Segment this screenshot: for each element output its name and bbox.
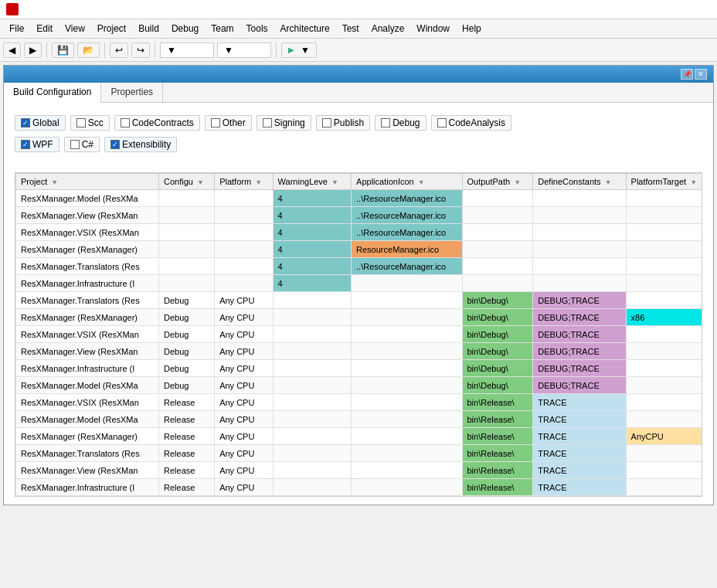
debug-config-dropdown[interactable]: ▼ <box>160 42 214 58</box>
prop-checkbox-codeanalysis[interactable]: CodeAnalysis <box>431 115 511 131</box>
table-cell: Any CPU <box>215 428 273 445</box>
toolbar-redo-btn[interactable]: ↪ <box>131 42 150 58</box>
table-cell <box>273 326 351 343</box>
prop-checkbox-signing[interactable]: Signing <box>257 115 311 131</box>
tab-bar: Build ConfigurationProperties <box>4 83 713 103</box>
toolbar-open-btn[interactable]: 📂 <box>77 42 100 58</box>
close-button[interactable]: ✕ <box>695 69 707 80</box>
menu-item-help[interactable]: Help <box>456 21 488 36</box>
col-header-configu[interactable]: Configu ▼ <box>159 174 215 190</box>
menu-item-test[interactable]: Test <box>336 21 365 36</box>
table-cell: DEBUG;TRACE <box>533 292 626 309</box>
menu-item-team[interactable]: Team <box>205 21 240 36</box>
proj-checkbox-wpf[interactable]: ✓WPF <box>15 137 59 152</box>
pin-button[interactable]: 📌 <box>681 69 693 80</box>
checkbox-icon: ✓ <box>110 140 120 149</box>
table-cell <box>626 292 702 309</box>
table-row: ResXManager.Translators (ResReleaseAny C… <box>16 445 703 462</box>
table-cell <box>273 309 351 326</box>
properties-panel: ✓GlobalSccCodeContractsOtherSigningPubli… <box>4 103 713 165</box>
menu-item-window[interactable]: Window <box>410 21 456 36</box>
proj-checkbox-csharp[interactable]: C# <box>64 137 100 152</box>
menu-item-edit[interactable]: Edit <box>30 21 59 36</box>
table-cell: ResXManager.VSIX (ResXMan <box>16 326 159 343</box>
proj-checkbox-extensibility[interactable]: ✓Extensibility <box>104 137 177 152</box>
tab-properties[interactable]: Properties <box>101 83 163 102</box>
table-row: ResXManager.VSIX (ResXManReleaseAny CPUb… <box>16 394 703 411</box>
prop-checkbox-codecontracts[interactable]: CodeContracts <box>114 115 200 131</box>
table-cell <box>462 275 533 292</box>
table-cell <box>533 275 626 292</box>
col-header-platformtarget[interactable]: PlatformTarget ▼ <box>626 174 702 190</box>
filter-icon: ▼ <box>690 178 697 186</box>
menu-item-view[interactable]: View <box>59 21 91 36</box>
col-header-applicationicon[interactable]: ApplicationIcon ▼ <box>352 174 462 190</box>
platform-dropdown[interactable]: ▼ <box>217 42 271 58</box>
table-cell: TRACE <box>533 462 626 479</box>
col-header-outputpath[interactable]: OutputPath ▼ <box>462 174 533 190</box>
table-cell: Debug <box>159 326 215 343</box>
table-cell: 4 <box>273 258 351 275</box>
table-cell <box>626 360 702 377</box>
table-cell <box>215 207 273 224</box>
table-cell: Any CPU <box>215 479 273 496</box>
table-cell: bin\Debug\ <box>462 292 533 309</box>
table-cell: ..\ResourceManager.ico <box>352 207 462 224</box>
toolbar-back-btn[interactable]: ◀ <box>3 42 21 58</box>
menu-item-project[interactable]: Project <box>91 21 132 36</box>
table-cell: 4 <box>273 241 351 258</box>
table-cell <box>352 343 462 360</box>
toolbar-forward-btn[interactable]: ▶ <box>24 42 42 58</box>
table-cell <box>159 190 215 207</box>
menu-item-analyze[interactable]: Analyze <box>365 21 411 36</box>
toolbar-save-btn[interactable]: 💾 <box>52 42 74 58</box>
main-window: 📌 ✕ Build ConfigurationProperties ✓Globa… <box>3 65 714 505</box>
table-cell: DEBUG;TRACE <box>533 343 626 360</box>
table-cell: Any CPU <box>215 326 273 343</box>
table-cell <box>352 326 462 343</box>
table-row: ResXManager.Translators (ResDebugAny CPU… <box>16 292 703 309</box>
table-cell: DEBUG;TRACE <box>533 360 626 377</box>
prop-checkbox-scc[interactable]: Scc <box>70 115 110 131</box>
col-header-defineconstants[interactable]: DefineConstants ▼ <box>533 174 626 190</box>
menu-item-file[interactable]: File <box>3 21 30 36</box>
table-cell: Any CPU <box>215 462 273 479</box>
checkbox-icon <box>76 118 86 127</box>
table-cell: ..\ResourceManager.ico <box>352 190 462 207</box>
table-cell <box>626 343 702 360</box>
prop-checkbox-publish[interactable]: Publish <box>316 115 370 131</box>
table-cell <box>215 258 273 275</box>
table-cell: Debug <box>159 360 215 377</box>
menu-item-debug[interactable]: Debug <box>165 21 205 36</box>
prop-checkbox-debug[interactable]: Debug <box>375 115 426 131</box>
table-cell <box>626 479 702 496</box>
table-cell <box>352 479 462 496</box>
col-header-platform[interactable]: Platform ▼ <box>215 174 273 190</box>
start-button[interactable]: ▶ ▼ <box>281 42 317 58</box>
table-cell: Debug <box>159 309 215 326</box>
table-row: ResXManager.View (ResXManReleaseAny CPUb… <box>16 462 703 479</box>
menu-item-architecture[interactable]: Architecture <box>274 21 336 36</box>
table-cell <box>273 411 351 428</box>
col-header-warningleve[interactable]: WarningLeve ▼ <box>273 174 351 190</box>
table-cell: ResXManager.Infrastructure (I <box>16 360 159 377</box>
menu-item-tools[interactable]: Tools <box>240 21 274 36</box>
table-cell <box>626 377 702 394</box>
table-cell: ResXManager.Model (ResXMa <box>16 411 159 428</box>
checkbox-icon: ✓ <box>21 118 30 127</box>
title-bar <box>0 0 717 19</box>
prop-checkbox-global[interactable]: ✓Global <box>15 115 66 131</box>
toolbar: ◀ ▶ 💾 📂 ↩ ↪ ▼ ▼ ▶ ▼ <box>0 39 717 62</box>
toolbar-undo-btn[interactable]: ↩ <box>110 42 128 58</box>
col-header-project[interactable]: Project ▼ <box>16 174 159 190</box>
table-cell: Release <box>159 445 215 462</box>
prop-checkbox-other[interactable]: Other <box>205 115 252 131</box>
table-cell <box>533 258 626 275</box>
table-cell: bin\Debug\ <box>462 309 533 326</box>
table-cell: x86 <box>626 309 702 326</box>
table-cell: Debug <box>159 377 215 394</box>
tab-build-configuration[interactable]: Build Configuration <box>4 83 101 103</box>
menu-item-build[interactable]: Build <box>132 21 165 36</box>
table-cell: Release <box>159 411 215 428</box>
table-cell: TRACE <box>533 428 626 445</box>
